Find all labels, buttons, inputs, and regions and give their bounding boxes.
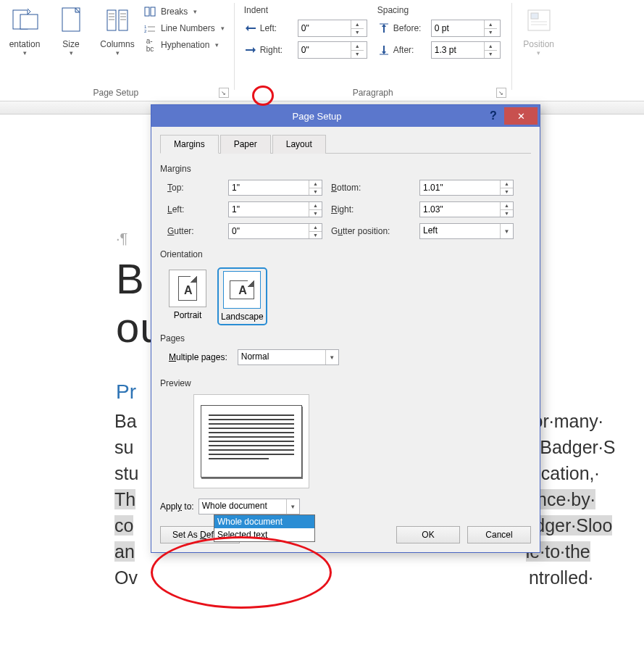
dialog-titlebar[interactable]: Page Setup ? ✕ — [151, 105, 540, 127]
right-label: Right: — [331, 204, 411, 214]
margins-section-label: Margins — [160, 164, 531, 174]
gutter-position-label: Gutter position: — [331, 226, 411, 236]
apply-option-selected-text[interactable]: Selected text — [214, 528, 314, 541]
apply-to-combo[interactable]: Whole document ▼ — [198, 499, 300, 514]
indent-right-field[interactable] — [298, 42, 351, 58]
position-icon — [523, 4, 555, 36]
ribbon: entation ▾ Size ▾ Columns ▾ — [0, 0, 644, 101]
line-numbers-icon: 12 — [143, 22, 156, 34]
columns-button[interactable]: Columns ▾ — [94, 3, 141, 57]
gutter-label: Gutter: — [167, 226, 219, 236]
tab-layout[interactable]: Layout — [272, 135, 326, 154]
portrait-label: Portrait — [174, 310, 202, 320]
spacing-after-field[interactable] — [432, 42, 484, 58]
spacing-before-field[interactable] — [432, 20, 484, 36]
chevron-down-icon[interactable]: ▼ — [500, 224, 513, 238]
right-input[interactable]: ▲▼ — [419, 201, 514, 217]
breaks-button[interactable]: Breaks ▾ — [141, 4, 227, 19]
hyphenation-button[interactable]: a-bc Hyphenation ▾ — [141, 38, 227, 52]
bottom-label: Bottom: — [331, 183, 411, 193]
line-numbers-button[interactable]: 12 Line Numbers ▾ — [141, 21, 227, 36]
apply-to-dropdown: Whole document Selected text — [214, 514, 315, 542]
spin-up[interactable]: ▲ — [501, 180, 513, 188]
left-label: Left: — [167, 204, 219, 214]
spin-up[interactable]: ▲ — [351, 42, 364, 51]
spin-down[interactable]: ▼ — [351, 29, 364, 37]
svg-rect-20 — [531, 13, 538, 19]
columns-label: Columns — [100, 39, 134, 49]
indent-left-icon — [243, 20, 259, 36]
spin-down[interactable]: ▼ — [485, 29, 497, 37]
chevron-down-icon[interactable]: ▼ — [286, 499, 299, 514]
chevron-down-icon[interactable]: ▼ — [325, 350, 338, 364]
breaks-label: Breaks — [161, 7, 188, 17]
spin-down[interactable]: ▼ — [309, 232, 322, 239]
preview-page-icon — [201, 405, 302, 478]
indent-header: Indent — [243, 5, 315, 15]
separator — [234, 3, 235, 90]
size-label: Size — [62, 39, 79, 49]
paragraph-launcher[interactable]: ↘ — [496, 88, 506, 98]
cancel-button[interactable]: Cancel — [467, 526, 531, 543]
indent-left-field[interactable] — [298, 20, 351, 36]
size-button[interactable]: Size ▾ — [48, 3, 94, 57]
columns-icon — [101, 4, 133, 36]
apply-to-label: Apply to: — [160, 501, 194, 512]
tab-paper[interactable]: Paper — [220, 135, 271, 154]
indent-right-input[interactable]: ▲▼ — [298, 41, 367, 59]
landscape-option[interactable]: A Landscape — [219, 270, 265, 323]
spacing-before-input[interactable]: ▲▼ — [431, 20, 501, 37]
group-paragraph: Indent Left: ▲▼ Right: ▲▼ — [237, 3, 509, 101]
left-input[interactable]: ▲▼ — [228, 201, 322, 217]
group-arrange: Position ▾ — [514, 3, 566, 101]
bottom-input[interactable]: ▲▼ — [419, 180, 514, 196]
ok-button[interactable]: OK — [396, 526, 460, 543]
spacing-after-label: After: — [393, 45, 430, 55]
spin-up[interactable]: ▲ — [309, 224, 322, 232]
spin-down[interactable]: ▼ — [309, 188, 322, 196]
spacing-after-input[interactable]: ▲▼ — [431, 41, 501, 59]
spin-down[interactable]: ▼ — [309, 210, 322, 217]
pages-section-label: Pages — [160, 333, 531, 343]
multiple-pages-combo[interactable]: Normal▼ — [238, 349, 339, 365]
spin-up[interactable]: ▲ — [485, 20, 497, 29]
gutter-position-combo[interactable]: Left▼ — [419, 223, 514, 239]
landscape-label: Landscape — [221, 312, 264, 322]
svg-rect-1 — [20, 14, 38, 29]
breaks-icon — [143, 6, 156, 17]
spin-up[interactable]: ▲ — [501, 202, 513, 210]
indent-right-label: Right: — [260, 45, 296, 55]
portrait-option[interactable]: A Portrait — [169, 270, 206, 323]
spin-down[interactable]: ▼ — [351, 51, 364, 59]
spin-up[interactable]: ▲ — [351, 20, 364, 29]
spin-up[interactable]: ▲ — [309, 180, 322, 188]
spin-down[interactable]: ▼ — [485, 51, 497, 59]
tab-margins[interactable]: Margins — [160, 135, 219, 154]
apply-option-whole-document[interactable]: Whole document — [214, 515, 314, 528]
gutter-input[interactable]: ▲▼ — [228, 223, 322, 239]
orientation-button[interactable]: entation ▾ — [1, 3, 48, 57]
caret-icon: ▾ — [70, 49, 73, 57]
group-page-setup: entation ▾ Size ▾ Columns ▾ — [0, 3, 232, 101]
spacing-after-icon — [376, 42, 392, 58]
caret-icon: ▾ — [23, 49, 27, 57]
position-label: Position — [523, 39, 554, 49]
group-label-page-setup: Page Setup ↘ — [0, 86, 232, 101]
multiple-pages-label: Multiple pages: — [169, 352, 227, 362]
spin-down[interactable]: ▼ — [501, 210, 513, 217]
preview-box — [193, 394, 309, 488]
spin-up[interactable]: ▲ — [485, 42, 497, 51]
top-input[interactable]: ▲▼ — [228, 180, 322, 196]
dialog-tabs: Margins Paper Layout — [160, 134, 531, 154]
spacing-before-icon — [376, 20, 392, 36]
spin-up[interactable]: ▲ — [309, 202, 322, 210]
preview-section-label: Preview — [160, 378, 531, 388]
close-button[interactable]: ✕ — [504, 107, 538, 125]
caret-icon: ▾ — [193, 8, 197, 15]
spin-down[interactable]: ▼ — [501, 188, 513, 196]
page-setup-launcher[interactable]: ↘ — [219, 88, 229, 98]
orientation-icon — [9, 4, 41, 36]
indent-left-input[interactable]: ▲▼ — [298, 20, 367, 37]
separator — [511, 3, 512, 90]
help-button[interactable]: ? — [482, 109, 504, 122]
